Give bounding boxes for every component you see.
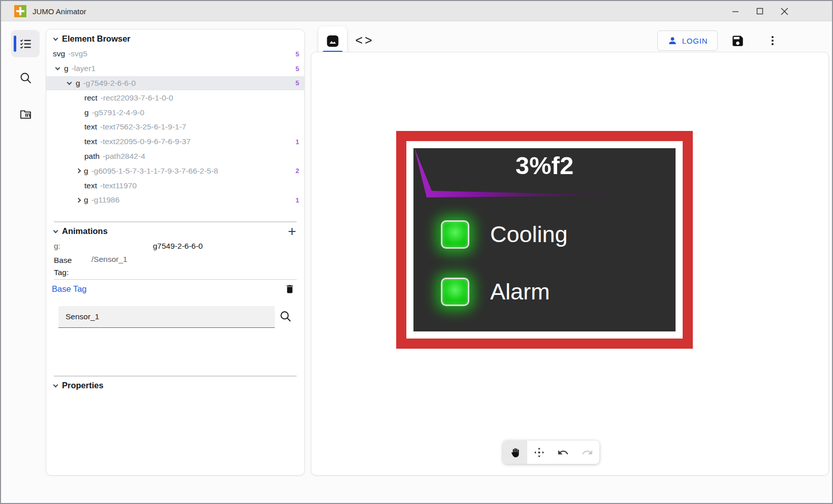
tree-row[interactable]: path -path2842-4	[46, 149, 304, 164]
display-panel: 3%f2 Cooling Alarm	[413, 148, 676, 331]
node-badge: 1	[296, 196, 299, 204]
tree-row[interactable]: svg -svg5 5	[46, 47, 304, 61]
chevron-down-icon	[53, 228, 58, 233]
canvas-toolbar	[503, 441, 599, 464]
animation-field-label: g:	[54, 242, 60, 251]
display-title: 3%f2	[413, 151, 676, 180]
base-tag-input[interactable]	[58, 306, 275, 328]
element-tree: svg -svg5 5 g -layer1 5 g -g7549-2-6-6-0…	[46, 47, 304, 208]
tree-row[interactable]: g -g6095-1-5-7-3-1-1-7-9-3-7-66-2-5-8 2	[46, 163, 304, 178]
move-tool-button[interactable]	[527, 441, 552, 464]
node-id: -text11970	[100, 181, 137, 190]
tab-code-view[interactable]: <>	[354, 31, 375, 49]
title-bar: JUMO Animator	[1, 1, 832, 21]
undo-button[interactable]	[551, 441, 575, 464]
chevron-right-icon[interactable]	[76, 169, 81, 174]
node-id: -text22095-0-9-6-7-6-9-37	[100, 137, 190, 146]
chevron-right-icon[interactable]	[76, 197, 81, 203]
node-id: -g11986	[91, 195, 120, 205]
search-tag-icon[interactable]	[279, 310, 292, 323]
window-title: JUMO Animator	[33, 1, 86, 21]
node-id: -text7562-3-25-6-1-9-1-7	[100, 122, 186, 131]
active-indicator	[14, 36, 16, 52]
save-floppy-icon	[731, 34, 745, 48]
node-id: -g7549-2-6-6-0	[83, 79, 136, 88]
animation-field-label: Base Tag:	[54, 254, 85, 279]
alarm-label: Alarm	[490, 278, 550, 306]
node-tag: g	[64, 64, 69, 73]
node-tag: rect	[84, 93, 98, 103]
redo-button[interactable]	[575, 441, 600, 464]
save-button[interactable]	[730, 33, 745, 48]
kebab-menu-icon	[766, 35, 779, 47]
properties-title: Properties	[62, 381, 104, 390]
sidebar-item-elements[interactable]	[11, 30, 40, 57]
library-icon	[19, 107, 33, 121]
login-label: LOGIN	[682, 37, 708, 45]
trash-icon[interactable]	[284, 283, 295, 295]
chevron-down-icon	[53, 382, 58, 387]
animation-field-value[interactable]: /Sensor_1	[91, 255, 127, 264]
animations-header[interactable]: Animations	[53, 226, 108, 236]
login-button[interactable]: LOGIN	[657, 30, 718, 51]
tree-row[interactable]: text -text22095-0-9-6-7-6-9-37 1	[46, 135, 304, 149]
tree-row[interactable]: rect -rect22093-7-6-1-0-0	[46, 90, 304, 105]
section-divider	[54, 376, 297, 377]
base-tag-link[interactable]: Base Tag	[52, 284, 87, 294]
app-logo-icon	[14, 5, 26, 17]
redo-icon	[582, 447, 593, 458]
tree-row[interactable]: text -text11970	[46, 178, 304, 193]
sidebar-item-search[interactable]	[11, 64, 40, 91]
user-icon	[667, 36, 678, 46]
tree-row[interactable]: g -layer1 5	[46, 61, 304, 76]
sidebar-item-library[interactable]	[11, 100, 40, 127]
minimize-button[interactable]	[727, 4, 744, 19]
tree-row[interactable]: g -g11986 1	[46, 193, 304, 208]
node-tag: path	[84, 152, 100, 161]
node-badge: 5	[296, 50, 299, 58]
node-badge: 1	[296, 138, 299, 146]
node-tag: text	[84, 122, 97, 131]
maximize-button[interactable]	[752, 4, 768, 19]
left-panel: Element Browser svg -svg5 5 g -layer1 5 …	[46, 29, 305, 476]
svg-display-frame[interactable]: 3%f2 Cooling Alarm	[396, 131, 693, 349]
section-divider	[54, 279, 297, 280]
node-id: -g6095-1-5-7-3-1-1-7-9-3-7-66-2-5-8	[91, 166, 218, 176]
node-badge: 5	[296, 65, 299, 73]
image-icon	[325, 33, 340, 49]
more-options-button[interactable]	[766, 34, 779, 47]
node-badge: 2	[296, 167, 299, 175]
node-tag: g	[84, 166, 88, 176]
move-icon	[533, 447, 545, 458]
checklist-icon	[19, 37, 33, 51]
undo-icon	[557, 447, 569, 458]
node-id: -path2842-4	[103, 152, 145, 161]
element-browser-header[interactable]: Element Browser	[53, 34, 131, 44]
chevron-down-icon	[53, 36, 58, 41]
chevron-down-icon[interactable]	[55, 65, 60, 71]
animation-field-value[interactable]: g7549-2-6-6-0	[153, 242, 203, 251]
element-browser-title: Element Browser	[62, 34, 131, 44]
add-animation-button[interactable]: +	[288, 223, 296, 240]
cooling-led-indicator[interactable]	[441, 220, 469, 249]
animations-title: Animations	[62, 226, 108, 236]
code-icon: <>	[355, 33, 374, 48]
tree-row[interactable]: g -g5791-2-4-9-0	[46, 105, 304, 120]
node-id: -g5791-2-4-9-0	[92, 108, 144, 117]
properties-header[interactable]: Properties	[53, 381, 104, 390]
node-tag: g	[84, 108, 89, 117]
section-divider	[54, 221, 297, 222]
tree-row[interactable]: text -text7562-3-25-6-1-9-1-7	[46, 120, 304, 135]
tree-row-selected[interactable]: g -g7549-2-6-6-0 5	[46, 76, 304, 91]
node-badge: 5	[296, 79, 299, 87]
close-button[interactable]	[776, 4, 792, 19]
node-tag: svg	[53, 49, 65, 58]
node-id: -layer1	[72, 64, 95, 73]
node-tag: g	[76, 79, 80, 88]
node-id: -svg5	[68, 49, 87, 58]
chevron-down-icon[interactable]	[67, 80, 72, 85]
node-id: -rect22093-7-6-1-0-0	[101, 93, 173, 103]
node-tag: text	[84, 181, 97, 190]
alarm-led-indicator[interactable]	[441, 278, 469, 306]
pan-tool-button[interactable]	[503, 441, 527, 464]
